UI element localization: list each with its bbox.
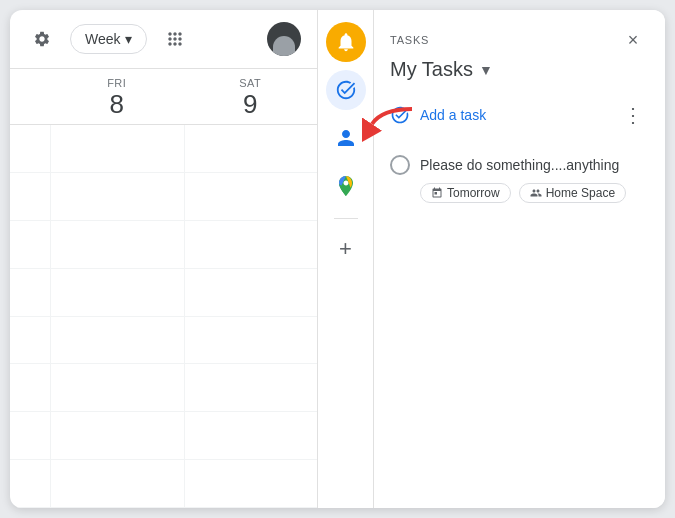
time-row bbox=[10, 269, 317, 317]
sidebar-item-contacts[interactable] bbox=[326, 118, 366, 158]
day-sat-number: 9 bbox=[243, 89, 257, 120]
tasks-title: My Tasks bbox=[390, 58, 473, 81]
time-row bbox=[10, 221, 317, 269]
time-row bbox=[10, 412, 317, 460]
day-fri-number: 8 bbox=[110, 89, 124, 120]
close-button[interactable]: × bbox=[617, 24, 649, 56]
time-row bbox=[10, 364, 317, 412]
task-checkbox[interactable] bbox=[390, 155, 410, 175]
task-title: Please do something....anything bbox=[420, 157, 619, 173]
add-task-label: Add a task bbox=[420, 107, 486, 123]
app-launcher-button[interactable] bbox=[159, 23, 191, 55]
sidebar: + bbox=[318, 10, 374, 508]
task-tags: Tomorrow Home Space bbox=[420, 183, 649, 203]
week-dropdown-arrow: ▾ bbox=[125, 31, 132, 47]
more-options-button[interactable]: ⋮ bbox=[617, 99, 649, 131]
sidebar-item-tasks[interactable] bbox=[326, 70, 366, 110]
day-sat-name: SAT bbox=[239, 77, 261, 89]
task-tag-tomorrow[interactable]: Tomorrow bbox=[420, 183, 511, 203]
tasks-dropdown-arrow[interactable]: ▼ bbox=[479, 62, 493, 78]
time-row bbox=[10, 125, 317, 173]
calendar-panel: Week ▾ FRI 8 SAT 9 bbox=[10, 10, 318, 508]
sidebar-add-button[interactable]: + bbox=[328, 231, 364, 267]
app-window: Week ▾ FRI 8 SAT 9 bbox=[10, 10, 665, 508]
add-task-icon bbox=[390, 105, 410, 125]
calendar-header: Week ▾ bbox=[10, 10, 317, 69]
tasks-title-row: My Tasks ▼ bbox=[390, 58, 649, 81]
tasks-section-label: TASKS bbox=[390, 34, 429, 46]
task-top: Please do something....anything bbox=[390, 155, 649, 175]
tasks-panel: TASKS × My Tasks ▼ Add a task ⋮ Please d… bbox=[374, 10, 665, 508]
task-tag-home-space-label: Home Space bbox=[546, 186, 615, 200]
avatar[interactable] bbox=[267, 22, 301, 56]
task-item: Please do something....anything Tomorrow… bbox=[374, 145, 665, 213]
day-sat: SAT 9 bbox=[184, 77, 318, 120]
time-row bbox=[10, 317, 317, 365]
time-row bbox=[10, 173, 317, 221]
week-label: Week bbox=[85, 31, 121, 47]
sidebar-item-tasks-notification[interactable] bbox=[326, 22, 366, 62]
calendar-days-header: FRI 8 SAT 9 bbox=[10, 69, 317, 125]
calendar-tag-icon bbox=[431, 187, 443, 199]
avatar-silhouette bbox=[273, 36, 295, 56]
day-fri: FRI 8 bbox=[50, 77, 184, 120]
sidebar-divider bbox=[334, 218, 358, 219]
add-task-row[interactable]: Add a task ⋮ bbox=[374, 85, 665, 145]
tasks-header-block: TASKS × My Tasks ▼ bbox=[374, 10, 665, 85]
calendar-grid bbox=[10, 125, 317, 508]
add-icon: + bbox=[339, 236, 352, 262]
time-row bbox=[10, 460, 317, 508]
task-tag-tomorrow-label: Tomorrow bbox=[447, 186, 500, 200]
day-fri-name: FRI bbox=[107, 77, 126, 89]
people-tag-icon bbox=[530, 187, 542, 199]
sidebar-item-maps[interactable] bbox=[326, 166, 366, 206]
task-tag-home-space[interactable]: Home Space bbox=[519, 183, 626, 203]
settings-button[interactable] bbox=[26, 23, 58, 55]
week-view-button[interactable]: Week ▾ bbox=[70, 24, 147, 54]
